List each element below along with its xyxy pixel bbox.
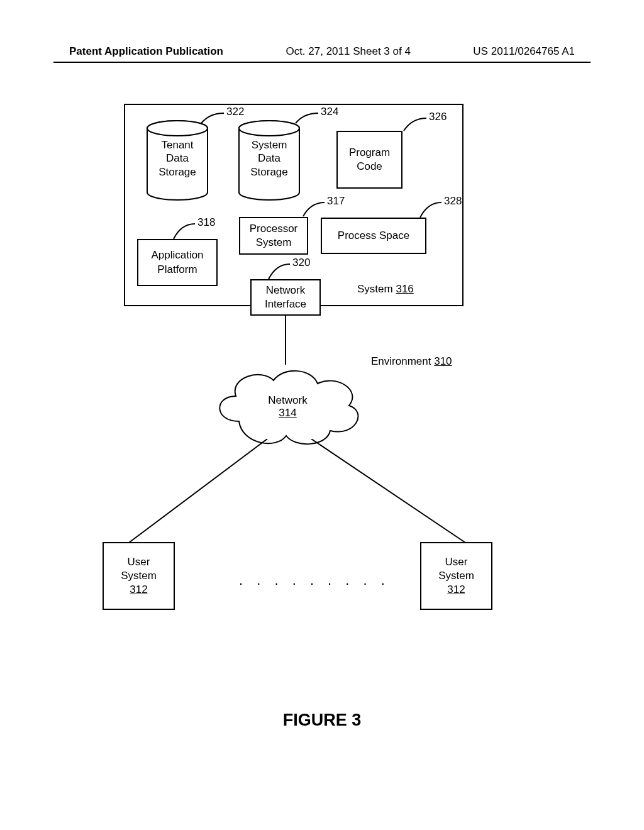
svg-line-6 [311, 439, 465, 543]
ni-line2: Interface [265, 297, 306, 311]
ellipsis-dots: . . . . . . . . . [239, 572, 390, 589]
ni-line1: Network [266, 284, 305, 297]
leader-318 [172, 223, 196, 240]
sysdata-line3: Storage [250, 166, 288, 178]
svg-point-3 [239, 121, 299, 136]
network-interface-box: Network Interface [250, 279, 321, 316]
system-316-label: System 316 [357, 283, 414, 296]
application-platform-box: Application Platform [137, 239, 218, 286]
line-ni-to-cloud [284, 316, 287, 365]
ref-320: 320 [292, 257, 310, 269]
environment-label: Environment 310 [371, 355, 452, 368]
ref-317: 317 [327, 195, 345, 208]
line-cloud-to-user-left [123, 439, 274, 545]
line-cloud-to-user-right [308, 439, 472, 545]
leader-322 [200, 112, 225, 124]
sysdata-line2: Data [258, 152, 280, 164]
app-line1: Application [151, 248, 203, 262]
proc-line2: System [256, 236, 292, 250]
diagram-canvas: Tenant Data Storage System Data Storage … [0, 94, 644, 660]
leader-320 [267, 263, 291, 280]
ref-324: 324 [321, 106, 338, 118]
program-code-box: Program Code [336, 131, 402, 189]
page-header: Patent Application Publication Oct. 27, … [0, 45, 644, 58]
user-system-left-box: User System 312 [103, 542, 175, 610]
header-left: Patent Application Publication [69, 45, 223, 58]
sysdata-line1: System [252, 139, 287, 151]
leader-326 [402, 117, 428, 132]
ref-318: 318 [197, 216, 215, 229]
tenant-data-storage-cylinder: Tenant Data Storage [146, 119, 209, 201]
network-cloud: Network 314 [208, 362, 368, 450]
tenant-line1: Tenant [161, 139, 193, 151]
user-system-right-box: User System 312 [420, 542, 492, 610]
app-line2: Platform [157, 263, 197, 277]
ref-326: 326 [429, 111, 447, 123]
leader-317 [302, 201, 326, 218]
process-space-label: Process Space [338, 229, 409, 243]
tenant-line2: Data [166, 152, 189, 164]
processor-system-box: Processor System [239, 217, 308, 255]
svg-line-5 [129, 439, 267, 543]
tenant-line3: Storage [158, 166, 196, 178]
prog-line1: Program [349, 146, 390, 160]
ref-322: 322 [226, 106, 244, 118]
figure-title: FIGURE 3 [0, 711, 644, 730]
prog-line2: Code [357, 160, 382, 174]
ref-328: 328 [444, 195, 462, 208]
system-data-storage-cylinder: System Data Storage [238, 119, 301, 201]
leader-328 [419, 201, 443, 219]
process-space-box: Process Space [321, 218, 426, 254]
proc-line1: Processor [250, 222, 298, 236]
leader-324 [294, 112, 319, 124]
header-right: US 2011/0264765 A1 [473, 45, 575, 58]
header-center: Oct. 27, 2011 Sheet 3 of 4 [286, 45, 410, 58]
header-rule [53, 62, 591, 63]
svg-point-1 [147, 121, 208, 136]
network-cloud-label: Network 314 [208, 394, 368, 419]
